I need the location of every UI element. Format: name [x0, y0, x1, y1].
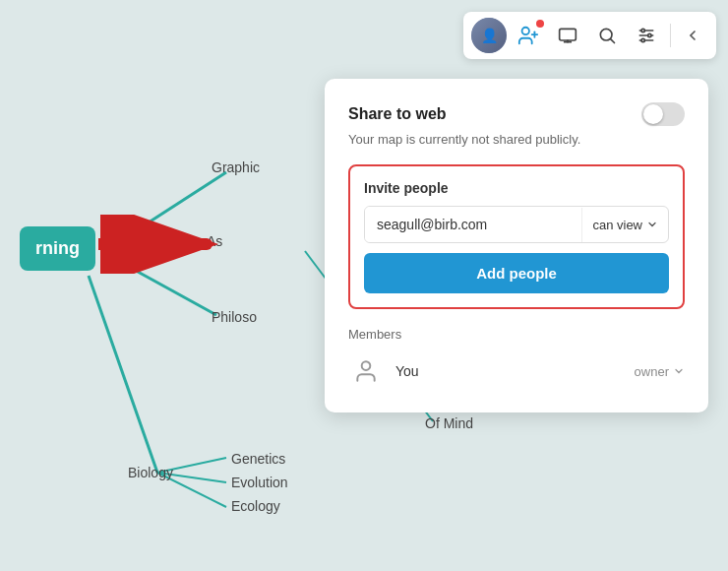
- invite-section: Invite people can view Add people: [348, 164, 685, 309]
- filter-button[interactable]: [629, 18, 664, 53]
- email-input[interactable]: [365, 207, 581, 242]
- central-node: rning: [20, 226, 95, 271]
- svg-line-17: [611, 39, 615, 43]
- node-ecology: Ecology: [231, 498, 280, 514]
- svg-point-21: [641, 29, 644, 32]
- node-genetics: Genetics: [231, 451, 285, 467]
- collapse-icon: [685, 28, 700, 43]
- node-graphic: Graphic: [212, 159, 260, 175]
- member-name: You: [395, 363, 623, 379]
- svg-point-16: [600, 29, 612, 40]
- share-description: Your map is currently not shared publicl…: [348, 132, 685, 147]
- node-biology: Biology: [128, 465, 173, 480]
- permission-dropdown[interactable]: can view: [581, 208, 668, 242]
- svg-point-22: [648, 33, 651, 36]
- member-avatar-icon: [348, 353, 384, 389]
- member-role-label: owner: [635, 364, 669, 379]
- add-people-icon: [517, 25, 539, 46]
- permission-label: can view: [592, 218, 642, 232]
- member-row: You owner: [348, 353, 685, 389]
- svg-point-24: [362, 361, 371, 370]
- invite-title: Invite people: [364, 180, 669, 196]
- search-icon: [597, 26, 617, 45]
- present-icon: [558, 26, 577, 45]
- share-panel: Share to web Your map is currently not s…: [325, 79, 708, 412]
- members-label: Members: [348, 327, 685, 342]
- invite-input-row: can view: [364, 206, 669, 243]
- svg-point-10: [522, 28, 529, 34]
- toolbar-divider: [670, 24, 671, 47]
- share-row: Share to web: [348, 102, 685, 126]
- node-evolution: Evolution: [231, 475, 288, 490]
- node-philoso: Philoso: [212, 309, 257, 325]
- avatar-initials: 👤: [471, 18, 507, 53]
- person-icon: [353, 358, 379, 384]
- arrow-annotation: [98, 215, 226, 278]
- notification-badge: [536, 20, 544, 28]
- collapse-button[interactable]: [677, 20, 708, 51]
- filter-icon: [637, 26, 656, 45]
- share-title: Share to web: [348, 105, 447, 123]
- member-chevron-icon: [673, 365, 685, 377]
- member-role-dropdown[interactable]: owner: [635, 364, 685, 379]
- toolbar: 👤: [463, 12, 716, 59]
- svg-point-23: [641, 38, 644, 41]
- node-of-mind: Of Mind: [425, 415, 473, 431]
- chevron-down-icon: [646, 219, 658, 230]
- svg-line-3: [89, 276, 157, 473]
- add-people-button[interactable]: Add people: [364, 253, 669, 293]
- share-toggle[interactable]: [641, 102, 685, 126]
- add-people-button[interactable]: [511, 18, 546, 53]
- svg-rect-13: [560, 29, 576, 40]
- search-button[interactable]: [589, 18, 625, 53]
- arrow-svg: [98, 215, 226, 274]
- toggle-knob: [643, 104, 663, 124]
- user-avatar[interactable]: 👤: [471, 18, 507, 53]
- present-button[interactable]: [550, 18, 585, 53]
